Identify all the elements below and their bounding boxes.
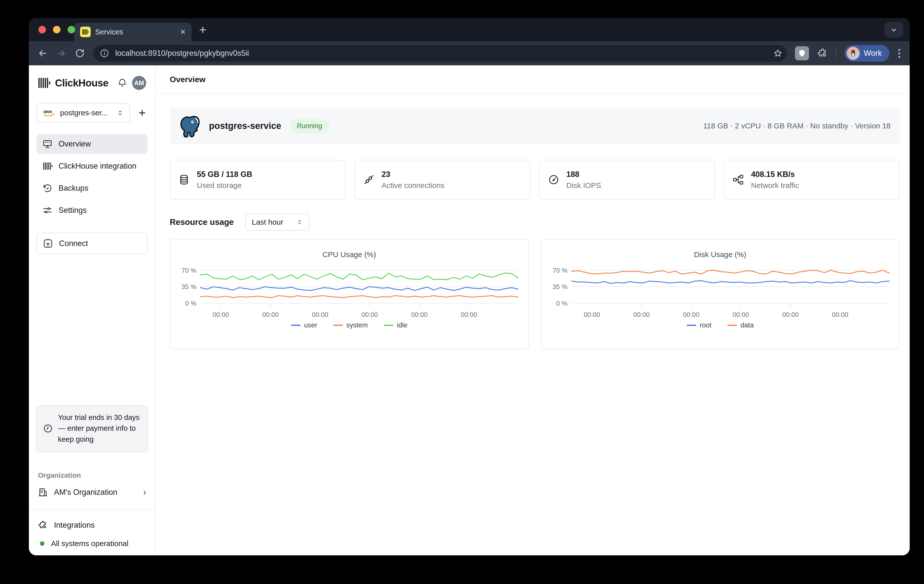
service-selector[interactable]: aws postgres-ser... [36,103,130,122]
status-badge: Running [290,119,329,133]
connect-label: Connect [59,239,88,248]
integrations-link[interactable]: Integrations [36,520,148,530]
svg-text:0 %: 0 % [556,299,568,307]
select-updown-icon [296,219,303,225]
add-service-button[interactable]: + [137,107,148,119]
page-title: Overview [156,65,910,94]
app-content: ClickHouse AM aws postgres-ser... [29,65,910,555]
building-icon [38,487,48,497]
toolbar-divider [836,48,837,58]
main-body: postgres-service Running 118 GB · 2 vCPU… [156,94,910,349]
service-selector-row: aws postgres-ser... + [36,103,148,122]
shield-extension-icon[interactable] [795,46,809,60]
profile-button[interactable]: Work [845,45,889,61]
integrations-label: Integrations [54,521,95,530]
gauge-icon [548,174,559,185]
desktop: Services × + localhost:8910/postgres/pgk… [0,0,924,584]
legend-item-user[interactable]: user [291,321,317,329]
svg-text:70 %: 70 % [182,266,196,274]
svg-text:00:00: 00:00 [461,311,477,318]
reload-icon[interactable] [74,48,85,58]
svg-text:70 %: 70 % [553,266,567,274]
tab-services[interactable]: Services × [74,23,191,41]
address-bar[interactable]: localhost:8910/postgres/pgkybgnv0s5ii [93,45,787,61]
legend-item-data[interactable]: data [728,321,754,329]
close-tab-icon[interactable]: × [180,27,186,36]
close-window-button[interactable] [38,26,46,33]
sidebar-nav: Overview ClickHouse integration Backups … [36,134,148,220]
sidebar-item-backups[interactable]: Backups [36,179,148,198]
legend-item-root[interactable]: root [687,321,711,329]
system-status-link[interactable]: All systems operational [36,539,148,548]
status-dot [40,541,45,546]
tab-search-button[interactable] [884,22,903,38]
legend-swatch [291,325,300,326]
chevron-down-icon [889,26,898,34]
organization-section-label: Organization [36,472,148,480]
sidebar-item-label: Overview [58,139,91,149]
organization-name: AM's Organization [54,488,117,497]
trial-notice: Your trial ends in 30 days — enter payme… [36,405,148,452]
back-icon[interactable] [37,48,48,58]
stats-row: 55 GB / 118 GB Used storage 23 Active co… [170,160,900,200]
zoom-window-button[interactable] [68,26,75,33]
svg-text:00:00: 00:00 [411,311,427,318]
overview-board-icon [43,139,53,149]
organization-row[interactable]: AM's Organization › [36,487,148,498]
svg-text:00:00: 00:00 [361,311,378,318]
legend-swatch [333,325,343,326]
site-info-icon[interactable] [100,48,109,58]
svg-text:00:00: 00:00 [312,311,328,318]
notifications-bell-icon[interactable] [117,78,127,88]
minimize-window-button[interactable] [53,26,61,33]
svg-text:00:00: 00:00 [832,311,848,318]
legend-item-system[interactable]: system [333,321,368,329]
time-range-select[interactable]: Last hour [245,213,309,231]
svg-text:00:00: 00:00 [633,311,650,318]
chart-legend: rootdata [549,321,892,329]
stat-card-network-traffic: 408.15 KB/s Network traffic [724,160,900,200]
brand-row: ClickHouse AM [36,76,148,90]
time-range-value: Last hour [252,218,283,227]
connect-icon [43,238,53,248]
stat-card-used-storage: 55 GB / 118 GB Used storage [170,160,345,200]
stat-value: 55 GB / 118 GB [197,170,252,179]
sidebar-item-settings[interactable]: Settings [36,200,148,220]
legend-swatch [687,325,696,326]
svg-text:35 %: 35 % [182,283,196,291]
sidebar-item-clickhouse-integration[interactable]: ClickHouse integration [36,156,148,176]
chart-title: CPU Usage (%) [178,250,521,259]
service-name: postgres-service [209,121,281,131]
profile-label: Work [864,49,882,58]
sidebar-item-overview[interactable]: Overview [36,134,148,154]
connect-button[interactable]: Connect [36,233,148,254]
new-tab-button[interactable]: + [199,23,206,36]
browser-window: Services × + localhost:8910/postgres/pgk… [29,18,910,555]
sidebar: ClickHouse AM aws postgres-ser... [29,65,156,555]
disk-usage-plot: 0 %35 %70 %00:0000:0000:0000:0000:0000:0… [549,260,892,320]
stat-value: 408.15 KB/s [751,170,799,179]
stat-value: 23 [382,170,444,179]
select-updown-icon [117,109,124,117]
bookmark-star-icon[interactable] [773,48,783,58]
resource-usage-heading: Resource usage [170,217,234,227]
stat-label: Disk IOPS [566,181,601,190]
disk-usage-chart: Disk Usage (%) 0 %35 %70 %00:0000:0000:0… [541,239,900,349]
backups-history-icon [43,183,53,193]
user-avatar[interactable]: AM [132,76,146,90]
legend-item-idle[interactable]: idle [384,321,408,329]
clickhouse-logo-icon [38,77,51,89]
window-controls [38,26,75,33]
svg-text:00:00: 00:00 [782,311,799,318]
settings-sliders-icon [43,205,53,215]
browser-menu-icon[interactable] [898,48,901,59]
svg-text:00:00: 00:00 [733,311,749,318]
sidebar-item-label: ClickHouse integration [58,162,136,170]
forward-icon[interactable] [56,48,66,58]
charts-row: CPU Usage (%) 0 %35 %70 %00:0000:0000:00… [170,239,900,349]
tab-strip: Services × + [29,18,910,41]
extensions-puzzle-icon[interactable] [817,48,828,59]
clickhouse-bars-icon [43,161,53,171]
connections-icon [363,174,375,185]
service-specs: 118 GB · 2 vCPU · 8 GB RAM · No standby … [703,122,891,130]
